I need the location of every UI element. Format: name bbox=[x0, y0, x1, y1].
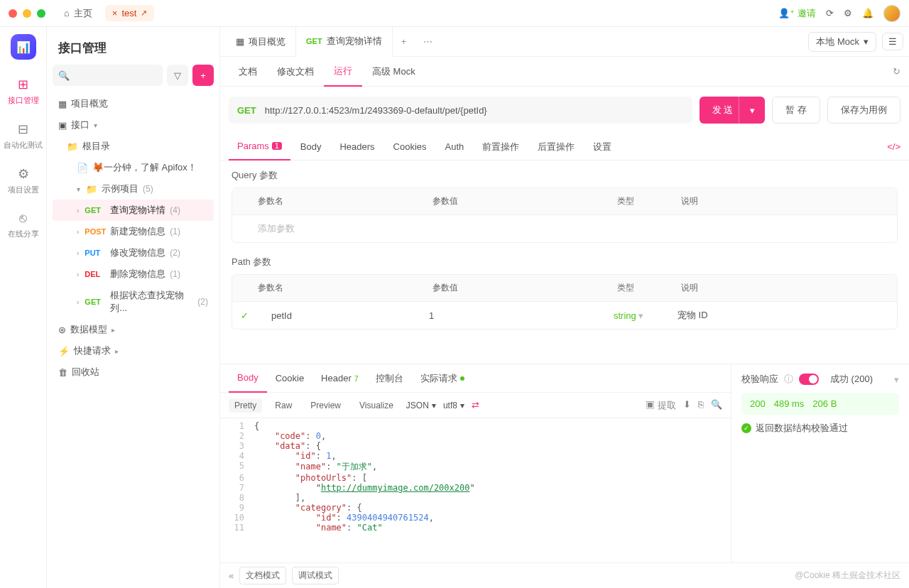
doc-mode-button[interactable]: 文档模式 bbox=[239, 567, 286, 584]
tab-overview[interactable]: ▦ 项目概览 bbox=[226, 27, 296, 57]
copy-icon[interactable]: ⎘ bbox=[698, 399, 704, 412]
home-tab[interactable]: ⌂ 主页 bbox=[57, 4, 99, 23]
save-case-button[interactable]: 保存为用例 bbox=[827, 97, 900, 124]
encoding-select[interactable]: utf8▾ bbox=[443, 401, 464, 410]
send-dropdown[interactable]: ▾ bbox=[739, 97, 765, 124]
rail-api-management[interactable]: ⊞ 接口管理 bbox=[0, 71, 46, 111]
param-tab-params[interactable]: Params 1 bbox=[229, 134, 290, 160]
tab-add[interactable]: + bbox=[393, 36, 415, 47]
mode-pretty[interactable]: Pretty bbox=[229, 398, 262, 413]
check-icon: ✓ bbox=[741, 423, 751, 433]
debug-mode-button[interactable]: 调试模式 bbox=[292, 567, 339, 584]
search-input[interactable]: 🔍 bbox=[53, 65, 163, 86]
search-icon[interactable]: 🔍 bbox=[711, 399, 722, 412]
close-window[interactable] bbox=[9, 9, 17, 18]
chevron-down-icon[interactable]: ▾ bbox=[894, 374, 899, 385]
tree-root-dir[interactable]: 📁 根目录 bbox=[53, 136, 214, 157]
filter-icon[interactable]: ⇄ bbox=[472, 400, 479, 410]
invite-label: 邀请 bbox=[798, 7, 816, 20]
mode-visualize[interactable]: Visualize bbox=[354, 398, 399, 413]
menu-button[interactable]: ☰ bbox=[882, 33, 903, 50]
mode-preview[interactable]: Preview bbox=[305, 398, 347, 413]
tree-quick-request[interactable]: ⚡ 快捷请求 ▸ bbox=[53, 340, 214, 361]
plus-icon: + bbox=[200, 70, 206, 81]
extract-button[interactable]: ▣ 提取 bbox=[646, 399, 676, 412]
tree-endpoint-del-pet[interactable]: › DEL 删除宠物信息 (1) bbox=[53, 263, 214, 285]
resp-tab-console[interactable]: 控制台 bbox=[367, 364, 412, 393]
col-header: 说明 bbox=[681, 195, 888, 207]
code-icon[interactable]: </> bbox=[887, 141, 900, 152]
path-param-row[interactable]: ✓ petId 1 string ▾ 宠物 ID bbox=[232, 302, 897, 329]
tree-count: (2) bbox=[170, 248, 180, 258]
save-temp-button[interactable]: 暂 存 bbox=[772, 97, 820, 124]
sidebar-title: 接口管理 bbox=[53, 34, 214, 65]
tab-label: 实际请求 bbox=[420, 372, 457, 385]
tree-endpoint-post-pet[interactable]: › POST 新建宠物信息 (1) bbox=[53, 221, 214, 242]
subtab-edit[interactable]: 修改文档 bbox=[267, 57, 324, 87]
param-tab-auth[interactable]: Auth bbox=[437, 134, 473, 160]
titlebar-right: 👤⁺ 邀请 ⟳ ⚙ 🔔 bbox=[778, 5, 900, 22]
chevron-right-icon: › bbox=[77, 207, 79, 214]
tree-project-overview[interactable]: ▦ 项目概览 bbox=[53, 93, 214, 114]
download-icon[interactable]: ⬇ bbox=[683, 399, 691, 412]
format-select[interactable]: JSON▾ bbox=[406, 401, 436, 410]
rail-share[interactable]: ⎋ 在线分享 bbox=[0, 205, 46, 245]
url-input[interactable]: GET http://127.0.0.1:4523/m1/2493369-0-d… bbox=[229, 97, 692, 124]
rail-project-settings[interactable]: ⚙ 项目设置 bbox=[0, 160, 46, 201]
param-tab-body[interactable]: Body bbox=[292, 134, 330, 160]
model-icon: ⊛ bbox=[58, 325, 66, 335]
param-tab-settings[interactable]: 设置 bbox=[584, 134, 620, 160]
filter-button[interactable]: ▽ bbox=[167, 65, 188, 86]
settings-icon[interactable]: ⚙ bbox=[844, 8, 852, 18]
method-badge: GET bbox=[306, 37, 322, 45]
mode-raw[interactable]: Raw bbox=[269, 398, 298, 413]
app-logo[interactable]: 📊 bbox=[11, 34, 36, 60]
subtab-doc[interactable]: 文档 bbox=[229, 57, 267, 87]
environment-select[interactable]: 本地 Mock ▾ bbox=[808, 32, 876, 52]
resp-tab-cookie[interactable]: Cookie bbox=[267, 364, 312, 393]
project-tab[interactable]: × test ↗ bbox=[105, 5, 155, 21]
tree-example-project[interactable]: ▾ 📁 示例项目 (5) bbox=[53, 178, 214, 200]
nav-rail: 📊 ⊞ 接口管理 ⊟ 自动化测试 ⚙ 项目设置 ⎋ 在线分享 bbox=[0, 27, 47, 588]
chevron-down-icon: ▾ bbox=[864, 36, 869, 47]
subtab-run[interactable]: 运行 bbox=[324, 57, 362, 87]
add-param-row[interactable]: 添加参数 bbox=[232, 215, 897, 242]
avatar[interactable] bbox=[883, 5, 900, 22]
tab-label: 查询宠物详情 bbox=[327, 35, 382, 48]
param-tab-pre[interactable]: 前置操作 bbox=[474, 134, 528, 160]
minimize-window[interactable] bbox=[23, 9, 31, 18]
doc-icon: 📄 bbox=[77, 163, 88, 173]
sync-icon[interactable]: ⟳ bbox=[826, 8, 834, 18]
response-code[interactable]: 1{2 "code": 0,3 "data": {4 "id": 1,5 "na… bbox=[220, 418, 731, 562]
tab-close-icon[interactable]: × bbox=[112, 8, 118, 18]
tab-more[interactable]: ⋯ bbox=[415, 36, 441, 47]
method-badge: DEL bbox=[85, 270, 106, 278]
tree-intro[interactable]: 📄 🦊一分钟，了解 Apifox！ bbox=[53, 157, 214, 178]
tree-data-model[interactable]: ⊛ 数据模型 ▸ bbox=[53, 319, 214, 340]
tree-endpoint-get-pet[interactable]: › GET 查询宠物详情 (4) bbox=[53, 200, 214, 221]
tree-trash[interactable]: 🗑 回收站 bbox=[53, 361, 214, 383]
bell-icon[interactable]: 🔔 bbox=[862, 8, 873, 18]
project-settings-icon: ⚙ bbox=[18, 166, 29, 182]
tree-endpoint-find-by-status[interactable]: › GET 根据状态查找宠物列... (2) bbox=[53, 285, 214, 319]
validate-switch[interactable] bbox=[799, 374, 819, 385]
info-icon[interactable]: ⓘ bbox=[784, 373, 793, 386]
invite-button[interactable]: 👤⁺ 邀请 bbox=[778, 7, 816, 20]
param-tab-cookies[interactable]: Cookies bbox=[385, 134, 435, 160]
resp-tab-actual[interactable]: 实际请求 bbox=[412, 364, 473, 393]
refresh-icon[interactable]: ↻ bbox=[893, 66, 900, 77]
subtab-mock[interactable]: 高级 Mock bbox=[362, 57, 425, 87]
param-tab-post[interactable]: 后置操作 bbox=[529, 134, 583, 160]
add-button[interactable]: + bbox=[192, 65, 214, 86]
resp-tab-header[interactable]: Header 7 bbox=[312, 364, 367, 393]
maximize-window[interactable] bbox=[37, 9, 45, 18]
param-tab-headers[interactable]: Headers bbox=[331, 134, 383, 160]
tree-endpoint-put-pet[interactable]: › PUT 修改宠物信息 (2) bbox=[53, 242, 214, 263]
external-link-icon: ↗ bbox=[141, 9, 147, 18]
rail-automation[interactable]: ⊟ 自动化测试 bbox=[0, 116, 46, 156]
chevron-down-icon: ▾ bbox=[77, 185, 80, 193]
tree-api-root[interactable]: ▣ 接口 ▾ bbox=[53, 114, 214, 136]
resp-tab-body[interactable]: Body bbox=[229, 364, 267, 393]
collapse-icon[interactable]: « bbox=[229, 570, 234, 581]
tab-current-api[interactable]: GET 查询宠物详情 bbox=[296, 27, 393, 57]
